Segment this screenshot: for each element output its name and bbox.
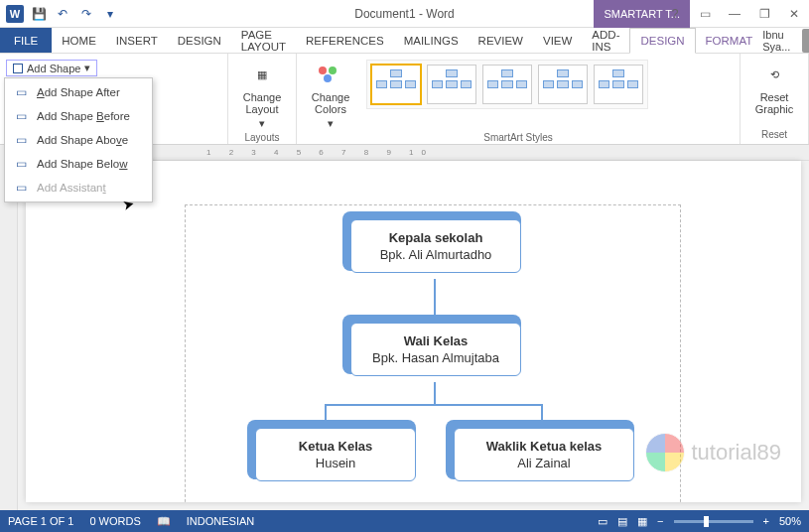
avatar	[802, 29, 809, 53]
reset-graphic-icon: ⟲	[759, 60, 789, 89]
status-language[interactable]: INDONESIAN	[187, 515, 254, 527]
close-icon[interactable]: ✕	[779, 0, 809, 28]
tab-addins[interactable]: ADD-INS	[582, 28, 629, 53]
group-layouts-label: Layouts	[234, 130, 290, 145]
tab-smartart-format[interactable]: FORMAT	[696, 28, 763, 53]
zoom-out-icon[interactable]: −	[657, 515, 663, 527]
status-bar: PAGE 1 OF 1 0 WORDS 📖 INDONESIAN ▭ ▤ ▦ −…	[0, 510, 809, 532]
user-account[interactable]: Ibnu Sya...	[762, 28, 809, 53]
add-shape-after[interactable]: ▭Add Shape After	[7, 80, 150, 104]
style-thumb-3[interactable]	[482, 65, 532, 104]
watermark: tutorial89	[645, 433, 781, 472]
svg-point-0	[319, 66, 327, 74]
tab-file[interactable]: FILE	[0, 28, 52, 53]
add-shape-dropdown: ▭Add Shape After ▭Add Shape Before ▭Add …	[4, 77, 153, 202]
ribbon-options-icon[interactable]: ▭	[690, 0, 720, 28]
add-shape-before[interactable]: ▭Add Shape Before	[7, 104, 150, 128]
tab-design[interactable]: DESIGN	[168, 28, 231, 53]
ribbon-tabs: FILE HOME INSERT DESIGN PAGE LAYOUT REFE…	[0, 28, 809, 54]
document-canvas[interactable]: Kepala sekolahBpk. Ali Almurtadho Wali K…	[26, 161, 801, 502]
app-icon[interactable]: W	[4, 3, 26, 25]
user-name: Ibnu Sya...	[762, 29, 798, 53]
add-shape-label: Add Shape	[27, 63, 80, 74]
change-layout-icon: ▦	[247, 60, 277, 89]
chart-node-ketua[interactable]: Ketua KelasHusein	[255, 428, 416, 481]
smartart-selection[interactable]: Kepala sekolahBpk. Ali Almurtadho Wali K…	[185, 204, 681, 502]
undo-icon[interactable]: ↶	[52, 3, 73, 25]
style-thumb-5[interactable]	[594, 65, 643, 104]
smartart-styles-gallery[interactable]	[366, 60, 648, 109]
style-thumb-1[interactable]	[371, 65, 421, 104]
tab-review[interactable]: REVIEW	[469, 28, 533, 53]
help-icon[interactable]: ?	[660, 0, 690, 28]
shape-above-icon: ▭	[13, 133, 29, 147]
chart-node-wali[interactable]: Wali KelasBpk. Hasan Almujtaba	[350, 323, 521, 376]
reset-graphic-button[interactable]: ⟲ Reset Graphic	[746, 60, 802, 115]
shape-before-icon: ▭	[13, 109, 29, 123]
minimize-icon[interactable]: —	[720, 0, 749, 28]
style-thumb-4[interactable]	[538, 65, 588, 104]
shape-after-icon: ▭	[13, 85, 29, 99]
add-shape-below[interactable]: ▭Add Shape Below	[7, 152, 150, 176]
chart-node-kepala[interactable]: Kepala sekolahBpk. Ali Almurtadho	[350, 219, 521, 273]
chevron-down-icon: ▾	[84, 62, 90, 74]
qat-dropdown-icon[interactable]: ▾	[99, 3, 121, 25]
style-thumb-2[interactable]	[427, 65, 476, 104]
watermark-logo-icon	[645, 433, 685, 472]
change-colors-button[interactable]: Change Colors▾	[303, 60, 358, 130]
tab-smartart-design[interactable]: DESIGN	[629, 28, 695, 54]
chevron-down-icon: ▾	[259, 117, 265, 130]
svg-point-1	[329, 66, 337, 74]
add-shape-split-button[interactable]: Add Shape ▾	[6, 60, 97, 76]
ribbon: Add Shape ▾ ←Promote to Left ▭Add Shape …	[0, 54, 809, 145]
tab-references[interactable]: REFERENCES	[296, 28, 394, 53]
add-shape-above[interactable]: ▭Add Shape Above	[7, 128, 150, 152]
zoom-level[interactable]: 50%	[779, 515, 801, 527]
view-read-icon[interactable]: ▭	[598, 515, 607, 528]
zoom-slider[interactable]	[674, 520, 753, 523]
restore-icon[interactable]: ❐	[749, 0, 779, 28]
redo-icon[interactable]: ↷	[75, 3, 97, 25]
change-colors-icon	[316, 60, 345, 89]
tab-page-layout[interactable]: PAGE LAYOUT	[231, 28, 296, 53]
status-page[interactable]: PAGE 1 OF 1	[8, 515, 73, 527]
assistant-icon: ▭	[13, 181, 29, 195]
svg-point-2	[324, 74, 332, 82]
change-layout-button[interactable]: ▦ Change Layout▾	[234, 60, 290, 130]
tab-view[interactable]: VIEW	[533, 28, 582, 53]
chart-node-wakil[interactable]: Waklik Ketua kelasAli Zainal	[454, 428, 634, 481]
chevron-down-icon: ▾	[328, 117, 334, 130]
tab-insert[interactable]: INSERT	[106, 28, 168, 53]
view-print-icon[interactable]: ▤	[617, 515, 627, 528]
save-icon[interactable]: 💾	[28, 3, 50, 25]
status-proofing-icon[interactable]: 📖	[157, 515, 171, 528]
group-smartart-styles-label: SmartArt Styles	[303, 130, 734, 145]
add-shape-icon	[13, 64, 23, 73]
group-reset-label: Reset	[746, 127, 802, 142]
shape-below-icon: ▭	[13, 157, 29, 171]
tab-mailings[interactable]: MAILINGS	[394, 28, 469, 53]
tab-home[interactable]: HOME	[52, 28, 106, 53]
document-title: Document1 - Word	[354, 7, 454, 21]
status-words[interactable]: 0 WORDS	[89, 515, 140, 527]
zoom-in-icon[interactable]: +	[763, 515, 769, 527]
view-web-icon[interactable]: ▦	[637, 515, 647, 528]
